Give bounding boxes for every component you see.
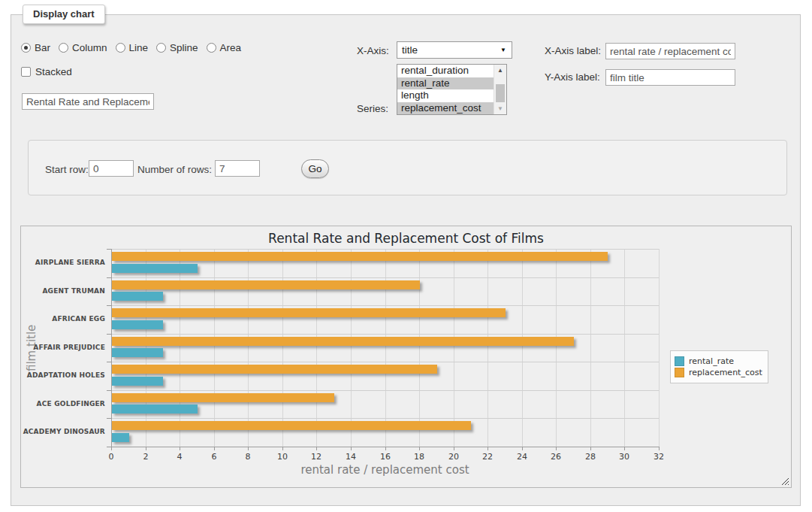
x-axis-title: rental rate / replacement cost: [111, 463, 659, 477]
axis-tick-label: 10: [271, 452, 294, 462]
radio-label: Column: [72, 42, 107, 53]
axis-tick-label: 26: [545, 452, 567, 462]
axis-tick-label: 24: [511, 452, 533, 462]
chart-legend: rental_ratereplacement_cost: [670, 350, 768, 383]
series-option-rental_duration[interactable]: rental_duration: [397, 65, 506, 77]
chart-bar-rental_rate: [112, 320, 163, 329]
radio-button-icon: [59, 43, 68, 53]
axis-tick-label: 20: [442, 452, 465, 462]
gridline: [111, 305, 659, 306]
axis-tick-label: 30: [613, 452, 635, 462]
stacked-checkbox-row[interactable]: Stacked: [21, 66, 72, 77]
chart-title-input[interactable]: [22, 93, 154, 110]
chart-container: Rental Rate and Replacement Cost of Film…: [20, 226, 792, 488]
axis-tick-label: 8: [237, 452, 259, 462]
radio-label: Area: [220, 42, 242, 53]
chart-type-option-column[interactable]: Column: [59, 42, 107, 53]
category-label: ACE GOLDFINGER: [21, 400, 105, 407]
chart-bar-replacement_cost: [112, 252, 608, 261]
checkbox-icon: [21, 67, 31, 77]
gridline: [351, 249, 352, 447]
category-label: ADAPTATION HOLES: [21, 371, 105, 379]
start-row-label: Start row:: [45, 164, 89, 175]
axis-tick-label: 18: [408, 452, 430, 462]
radio-button-icon: [116, 43, 125, 53]
chart-bar-rental_rate: [112, 292, 163, 301]
chart-type-option-line[interactable]: Line: [116, 42, 149, 53]
gridline: [385, 249, 386, 447]
number-of-rows-label: Number of rows:: [137, 164, 212, 175]
radio-button-icon: [207, 43, 216, 53]
chart-bar-rental_rate: [112, 404, 198, 414]
radio-label: Spline: [170, 42, 198, 53]
scroll-down-button[interactable]: ▼: [494, 103, 506, 114]
gridline: [488, 249, 488, 447]
page: Display chart BarColumnLineSplineArea St…: [0, 0, 812, 512]
gridline: [248, 249, 249, 447]
chart-type-option-area[interactable]: Area: [207, 42, 242, 53]
chart-bar-replacement_cost: [112, 421, 471, 430]
axis-tick-label: 0: [100, 452, 122, 462]
gridline: [111, 249, 659, 250]
category-label: AFRICAN EGG: [21, 315, 105, 323]
chart-type-radio-group: BarColumnLineSplineArea: [21, 42, 249, 53]
chart-bar-replacement_cost: [112, 280, 420, 289]
series-option-length[interactable]: length: [397, 89, 506, 102]
start-row-input[interactable]: [89, 160, 134, 177]
axis-tick-label: 12: [305, 452, 328, 462]
series-option-rental_rate[interactable]: rental_rate: [397, 77, 506, 90]
scroll-thumb[interactable]: [496, 84, 505, 102]
category-label: ACADEMY DINOSAUR: [21, 428, 105, 435]
gridline: [180, 249, 180, 447]
radio-button-icon: [156, 43, 166, 53]
legend-label: rental_rate: [689, 356, 734, 366]
chart-type-option-spline[interactable]: Spline: [156, 42, 198, 53]
legend-item-rental_rate[interactable]: rental_rate: [675, 356, 762, 366]
gridline: [624, 249, 625, 447]
gridline: [556, 249, 557, 447]
legend-swatch: [675, 356, 684, 366]
chart-bar-rental_rate: [112, 433, 129, 442]
category-label: AFFAIR PREJUDICE: [21, 344, 105, 351]
rows-panel: Start row: Number of rows: Go: [28, 140, 787, 195]
gridline: [454, 249, 454, 447]
chart-bar-replacement_cost: [112, 308, 506, 317]
x-axis-label-input[interactable]: [605, 43, 735, 59]
gridline: [111, 334, 659, 335]
gridline: [522, 249, 523, 447]
x-axis-select-value: title: [402, 44, 418, 56]
chart-type-option-bar[interactable]: Bar: [21, 42, 50, 53]
axis-tick-label: 2: [134, 452, 157, 462]
chevron-down-icon: ▼: [500, 47, 506, 54]
chart-bar-rental_rate: [112, 264, 198, 273]
gridline: [282, 249, 283, 447]
chart-bar-rental_rate: [112, 348, 163, 357]
radio-button-icon: [21, 43, 31, 53]
radio-label: Bar: [35, 42, 50, 53]
x-axis-line: [111, 447, 659, 447]
axis-tick-label: 14: [340, 452, 362, 462]
axis-tick-label: 28: [579, 452, 602, 462]
legend-swatch: [675, 368, 684, 377]
go-button[interactable]: Go: [301, 159, 329, 178]
series-caption: Series:: [357, 103, 388, 114]
legend-item-replacement_cost[interactable]: replacement_cost: [675, 368, 762, 377]
resize-handle[interactable]: [781, 477, 789, 485]
gridline: [111, 418, 659, 419]
scrollbar: ▲ ▼: [494, 65, 506, 114]
axis-tick-label: 6: [203, 452, 225, 462]
x-axis-select[interactable]: title ▼: [397, 41, 512, 59]
chart-bar-replacement_cost: [112, 393, 334, 402]
y-axis-label-input[interactable]: [605, 69, 735, 86]
series-option-replacement_cost[interactable]: replacement_cost: [397, 102, 506, 115]
radio-label: Line: [129, 42, 149, 53]
series-listbox[interactable]: rental_durationrental_ratelengthreplacem…: [397, 64, 507, 115]
y-axis-label-caption: Y-Axis label:: [545, 71, 600, 83]
scroll-up-button[interactable]: ▲: [494, 65, 506, 76]
chart-bar-rental_rate: [112, 377, 163, 386]
gridline: [111, 362, 659, 362]
gridline: [111, 390, 659, 391]
number-of-rows-input[interactable]: [215, 160, 260, 177]
axis-tick: [659, 447, 660, 450]
gridline: [419, 249, 420, 447]
